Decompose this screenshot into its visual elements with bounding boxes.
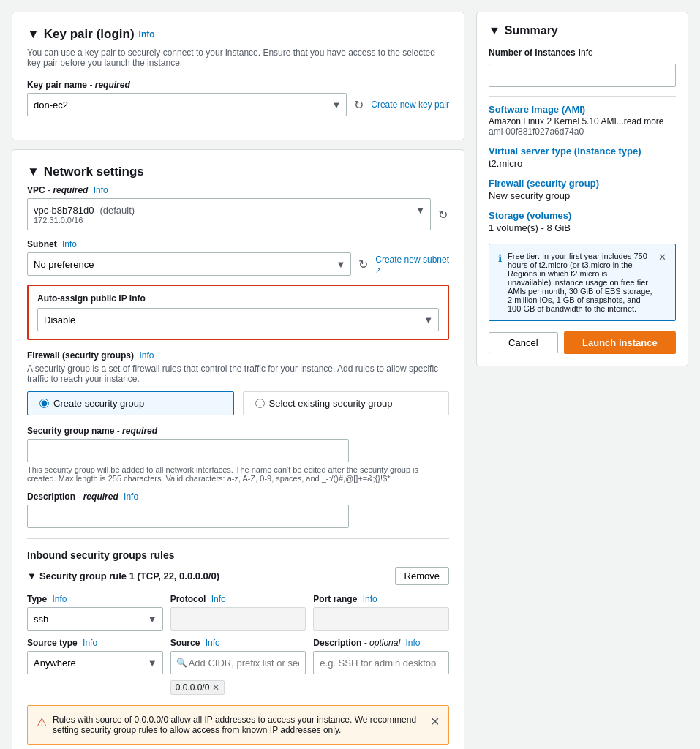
summary-card: ▼ Summary Number of instances Info 1 Sof…	[476, 12, 688, 366]
firewall-info-link[interactable]: Info	[139, 350, 154, 361]
auto-assign-label: Auto-assign public IP Info	[37, 293, 439, 304]
protocol-input: TCP	[170, 607, 306, 631]
protocol-field: Protocol Info TCP	[170, 594, 306, 631]
keypair-info-link[interactable]: Info	[139, 29, 155, 39]
warning-close-button[interactable]: ✕	[430, 715, 440, 729]
num-instances-row: Number of instances Info 1	[489, 48, 676, 87]
source-type-select[interactable]: Anywhere	[27, 651, 163, 674]
vpc-default-label: (default)	[99, 205, 135, 216]
remove-rule-button[interactable]: Remove	[395, 567, 449, 585]
firewall-summary-value: New security group	[489, 190, 676, 201]
keypair-arrow: ▼	[27, 27, 39, 42]
virtual-server-label[interactable]: Virtual server type (Instance type)	[489, 146, 676, 157]
port-range-input: 22	[313, 607, 449, 631]
warning-icon: ⚠	[37, 715, 47, 729]
network-title: Network settings	[44, 165, 144, 179]
create-sg-radio[interactable]: Create security group	[27, 391, 234, 415]
port-range-info-link[interactable]: Info	[363, 594, 377, 604]
storage-label[interactable]: Storage (volumes)	[489, 210, 676, 221]
keypair-desc: You can use a key pair to securely conne…	[27, 48, 449, 68]
warning-text: Rules with source of 0.0.0.0/0 allow all…	[53, 715, 424, 735]
create-keypair-link[interactable]: Create new key pair	[371, 99, 449, 110]
keypair-name-label: Key pair name - required	[27, 80, 449, 90]
sg-name-label: Security group name - required	[27, 426, 449, 436]
summary-arrow: ▼	[489, 24, 500, 37]
source-field: Source Info 🔍 0.0.0.0/0 ✕	[170, 638, 306, 695]
firewall-radio-group: Create security group Select existing se…	[27, 391, 449, 415]
subnet-refresh-button[interactable]: ↻	[357, 256, 369, 273]
sg-name-helper: This security group will be added to all…	[27, 465, 449, 483]
type-select[interactable]: ssh	[27, 607, 163, 631]
description-label: Description - required Info	[27, 492, 449, 502]
action-buttons: Cancel Launch instance	[489, 331, 676, 354]
description-input[interactable]: launch-wizard-4 created 2022-07-05T01:19…	[27, 505, 349, 528]
num-instances-label: Number of instances	[489, 48, 576, 58]
description-optional-input[interactable]	[313, 651, 449, 674]
keypair-title: Key pair (login)	[44, 27, 135, 42]
description-info-link[interactable]: Info	[124, 492, 138, 502]
type-field: Type Info ssh ▼	[27, 594, 163, 631]
launch-instance-button[interactable]: Launch instance	[564, 331, 676, 354]
source-type-field: Source type Info Anywhere ▼	[27, 638, 163, 695]
vpc-select-arrow: ▼	[415, 205, 425, 216]
num-instances-info-link[interactable]: Info	[579, 48, 593, 58]
num-instances-input[interactable]: 1	[489, 64, 676, 87]
network-card: ▼ Network settings VPC - required Info v…	[12, 149, 464, 749]
cidr-tag: 0.0.0.0/0 ✕	[170, 680, 225, 695]
select-sg-radio[interactable]: Select existing security group	[243, 391, 450, 415]
storage-row: Storage (volumes) 1 volume(s) - 8 GiB	[489, 210, 676, 233]
summary-sidebar: ▼ Summary Number of instances Info 1 Sof…	[476, 12, 688, 749]
keypair-refresh-button[interactable]: ↻	[353, 97, 365, 113]
ami-id: ami-00f881f027a6d74a0	[489, 127, 676, 137]
network-arrow: ▼	[27, 165, 39, 179]
summary-title: ▼ Summary	[489, 24, 676, 37]
vpc-id-value: vpc-b8b781d0	[34, 205, 94, 216]
inbound-rules-header: Inbound security groups rules	[27, 549, 449, 561]
software-image-row: Software Image (AMI) Amazon Linux 2 Kern…	[489, 104, 676, 137]
create-sg-label: Create security group	[53, 398, 144, 409]
rule-bottom-fields: Source type Info Anywhere ▼ Source Info	[27, 638, 449, 695]
source-type-info-link[interactable]: Info	[83, 638, 97, 648]
source-search-icon: 🔍	[176, 658, 187, 668]
virtual-server-row: Virtual server type (Instance type) t2.m…	[489, 146, 676, 169]
keypair-select[interactable]: don-ec2	[27, 93, 347, 116]
read-more-link[interactable]: read more	[624, 116, 664, 127]
cancel-button[interactable]: Cancel	[489, 332, 558, 353]
firewall-label: Firewall (security groups) Info	[27, 350, 449, 361]
subnet-info-link[interactable]: Info	[62, 239, 77, 249]
sg-name-input[interactable]: launch-wizard-4	[27, 439, 349, 462]
free-tier-close-button[interactable]: ✕	[658, 252, 666, 263]
rule-arrow: ▼	[27, 571, 37, 581]
software-image-value: Amazon Linux 2 Kernel 5.10 AMI...	[489, 116, 624, 127]
select-sg-label: Select existing security group	[269, 398, 393, 409]
vpc-refresh-button[interactable]: ↻	[437, 206, 449, 223]
firewall-summary-label[interactable]: Firewall (security group)	[489, 178, 676, 189]
software-image-label[interactable]: Software Image (AMI)	[489, 104, 676, 115]
auto-assign-box: Auto-assign public IP Info Disable ▼	[27, 285, 449, 340]
subnet-label: Subnet Info	[27, 239, 449, 249]
rule-title: ▼ Security group rule 1 (TCP, 22, 0.0.0.…	[27, 571, 219, 581]
auto-assign-info-link[interactable]: Info	[129, 293, 146, 304]
protocol-info-link[interactable]: Info	[211, 594, 226, 604]
warning-box: ⚠ Rules with source of 0.0.0.0/0 allow a…	[27, 705, 449, 745]
free-tier-box: ℹ Free tier: In your first year includes…	[489, 244, 676, 321]
type-info-link[interactable]: Info	[52, 594, 67, 604]
source-info-link[interactable]: Info	[206, 638, 220, 648]
free-tier-icon: ℹ	[498, 252, 502, 264]
firewall-summary-row: Firewall (security group) New security g…	[489, 178, 676, 201]
vpc-cidr: 172.31.0.0/16	[34, 216, 408, 225]
vpc-info-link[interactable]: Info	[94, 185, 108, 195]
vpc-label: VPC - required Info	[27, 185, 449, 195]
storage-value: 1 volume(s) - 8 GiB	[489, 222, 676, 233]
create-subnet-link[interactable]: Create new subnet	[375, 255, 449, 265]
subnet-select[interactable]: No preference	[27, 252, 351, 276]
cidr-tag-remove[interactable]: ✕	[212, 682, 219, 693]
port-range-field: Port range Info 22	[313, 594, 449, 631]
external-link-icon: ↗	[375, 266, 381, 274]
description-optional-field: Description - optional Info	[313, 638, 449, 695]
virtual-server-value: t2.micro	[489, 158, 676, 169]
source-input[interactable]	[170, 651, 306, 674]
desc-opt-info-link[interactable]: Info	[405, 638, 420, 648]
firewall-desc: A security group is a set of firewall ru…	[27, 364, 449, 384]
auto-assign-select[interactable]: Disable	[37, 308, 439, 331]
